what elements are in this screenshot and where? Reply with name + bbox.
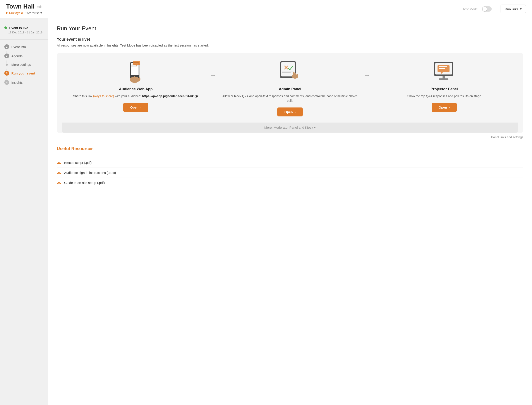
svg-rect-23 xyxy=(295,73,296,77)
projector-open-button[interactable]: Open › xyxy=(432,103,457,112)
step-badge-2: 2 xyxy=(4,54,9,58)
download-icon-0 xyxy=(57,160,61,165)
test-mode-toggle[interactable] xyxy=(482,6,492,12)
resource-item-0[interactable]: Emcee script (.pdf) xyxy=(57,158,523,168)
svg-rect-24 xyxy=(296,74,298,77)
audience-title: Audience Web App xyxy=(119,87,152,91)
svg-rect-29 xyxy=(439,68,445,69)
audience-desc: Share this link (ways to share) with you… xyxy=(73,94,199,99)
svg-rect-7 xyxy=(134,63,137,63)
event-live-box: Your event is live! All responses are no… xyxy=(57,37,523,47)
sidebar-item-run-event[interactable]: 3 Run your event xyxy=(0,69,48,78)
panel-links-link[interactable]: Panel links and settings xyxy=(491,135,523,139)
arrow-right-icon: › xyxy=(295,110,296,114)
live-title: Your event is live! xyxy=(57,37,523,42)
header-left: Town Hall Edit DAUGQ2 ⇄ Enterprise ▾ xyxy=(6,3,42,15)
test-mode-label: Test Mode xyxy=(463,7,478,11)
status-row: Event is live xyxy=(4,26,44,30)
step-badge-4: 4 xyxy=(4,80,9,85)
header-right: Test Mode Run links ▾ xyxy=(463,3,526,14)
share-prefix: Share this link xyxy=(73,94,93,98)
svg-rect-28 xyxy=(439,66,447,67)
tablet-icon xyxy=(278,59,302,83)
monitor-icon xyxy=(432,60,456,83)
resource-label-1: Audience sign-in instructions (.pptx) xyxy=(64,171,116,175)
admin-desc: Allow or block Q&A and open-text respons… xyxy=(220,94,361,103)
status-date: 13 Dec 2018 - 11 Jan 2019 xyxy=(8,31,44,34)
layout: Event is live 13 Dec 2018 - 11 Jan 2019 … xyxy=(0,18,532,405)
svg-rect-32 xyxy=(439,78,448,80)
download-icon-1 xyxy=(57,170,61,176)
status-dot xyxy=(4,27,7,29)
resource-item-2[interactable]: Guide to on-site setup (.pdf) xyxy=(57,178,523,188)
svg-rect-14 xyxy=(281,62,295,76)
resources-title: Useful Resources xyxy=(57,146,523,151)
phone-icon xyxy=(126,60,145,83)
step-dot-more xyxy=(6,64,8,66)
main-content: Run Your Event Your event is live! All r… xyxy=(48,18,532,405)
sidebar-item-more-settings[interactable]: More settings xyxy=(0,61,48,69)
header: Town Hall Edit DAUGQ2 ⇄ Enterprise ▾ Tes… xyxy=(0,0,532,18)
sidebar-label-insights: Insights xyxy=(11,81,23,84)
arrow-right-icon: › xyxy=(449,106,450,109)
arrow-2: → xyxy=(364,59,370,79)
resource-item-1[interactable]: Audience sign-in instructions (.pptx) xyxy=(57,168,523,178)
header-divider xyxy=(496,3,496,14)
audience-url[interactable]: https://qa-app.pigeonlab.tech/DAUGQ2 xyxy=(142,94,199,98)
panel-audience: Audience Web App Share this link (ways t… xyxy=(62,59,210,118)
live-desc: All responses are now available in Insig… xyxy=(57,43,523,47)
panel-admin: Admin Panel Allow or block Q&A and open-… xyxy=(216,59,364,122)
step-badge-3: 3 xyxy=(4,71,9,76)
share-mid: with your audience: xyxy=(114,94,142,98)
projector-title: Projector Panel xyxy=(431,87,458,91)
projector-desc: Show the top Q&A responses and poll resu… xyxy=(407,94,481,99)
useful-resources: Useful Resources Emcee script (.pdf) Aud… xyxy=(57,146,523,188)
resource-label-2: Guide to on-site setup (.pdf) xyxy=(64,181,105,185)
svg-rect-4 xyxy=(131,66,137,67)
arrow-1: → xyxy=(210,59,216,79)
panel-links-row: Panel links and settings xyxy=(57,135,523,139)
page-title: Town Hall xyxy=(6,3,34,10)
svg-rect-19 xyxy=(282,71,294,71)
sidebar-item-event-info[interactable]: 1 Event info xyxy=(0,42,48,51)
step-badge-1: 1 xyxy=(4,44,9,49)
event-code[interactable]: DAUGQ2 ⇄ xyxy=(6,11,23,15)
sidebar-label-event-info: Event info xyxy=(11,45,26,49)
run-links-button[interactable]: Run links ▾ xyxy=(501,5,526,13)
sidebar-label-more-settings: More settings xyxy=(11,63,31,66)
resource-label-0: Emcee script (.pdf) xyxy=(64,161,92,164)
admin-illustration xyxy=(278,59,302,83)
audience-open-button[interactable]: Open › xyxy=(123,103,148,112)
admin-title: Admin Panel xyxy=(279,87,301,91)
svg-rect-31 xyxy=(443,76,445,79)
panels-row: Audience Web App Share this link (ways t… xyxy=(62,59,518,122)
svg-rect-3 xyxy=(131,65,138,66)
chevron-down-icon: ▾ xyxy=(40,11,42,15)
header-sub: DAUGQ2 ⇄ Enterprise ▾ xyxy=(6,11,42,15)
more-panels-row[interactable]: More: Moderator Panel and Kiosk ▾ xyxy=(62,122,518,133)
projector-illustration xyxy=(432,59,456,83)
enterprise-dropdown[interactable]: Enterprise ▾ xyxy=(25,11,42,15)
arrow-right-icon: › xyxy=(140,106,141,109)
sidebar-label-run-event: Run your event xyxy=(11,71,35,75)
chevron-down-icon: ▾ xyxy=(314,126,316,129)
sidebar-divider xyxy=(0,39,48,40)
audience-illustration xyxy=(126,59,145,83)
sidebar-item-agenda[interactable]: 2 Agenda xyxy=(0,51,48,61)
svg-rect-22 xyxy=(293,72,295,77)
ways-to-share-link[interactable]: (ways to share) xyxy=(93,94,114,98)
download-icon-2 xyxy=(57,180,61,185)
edit-link[interactable]: Edit xyxy=(37,5,42,8)
sidebar-item-insights[interactable]: 4 Insights xyxy=(0,78,48,87)
event-status: Event is live 13 Dec 2018 - 11 Jan 2019 xyxy=(0,22,48,38)
status-label: Event is live xyxy=(9,26,28,30)
svg-rect-6 xyxy=(134,62,138,62)
sidebar: Event is live 13 Dec 2018 - 11 Jan 2019 … xyxy=(0,18,48,405)
svg-rect-20 xyxy=(282,72,291,73)
svg-point-10 xyxy=(133,76,136,81)
run-event-title: Run Your Event xyxy=(57,25,523,32)
admin-open-button[interactable]: Open › xyxy=(277,108,302,116)
share-icon: ⇄ xyxy=(21,12,23,15)
sidebar-label-agenda: Agenda xyxy=(11,54,23,58)
resources-divider xyxy=(57,153,523,153)
